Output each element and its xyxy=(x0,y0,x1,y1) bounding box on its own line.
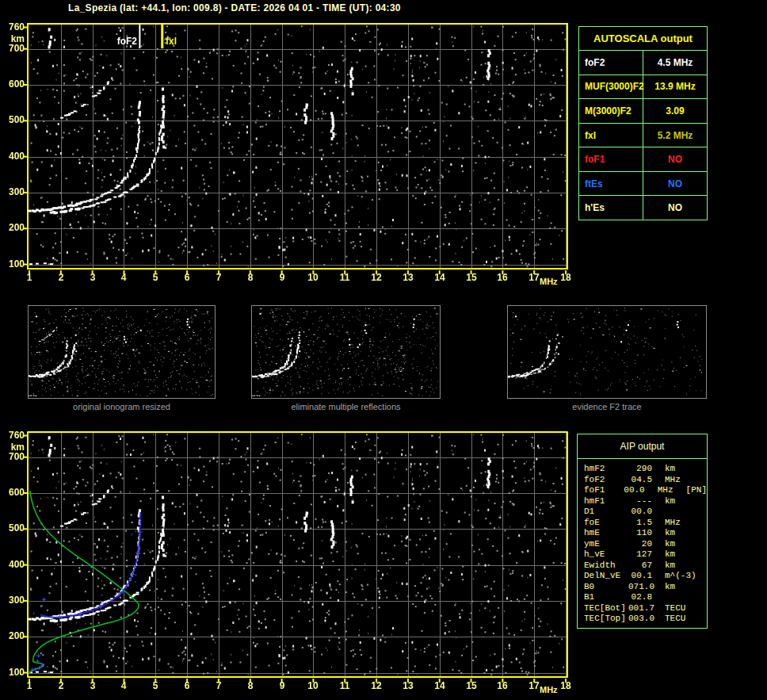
thumbnail-evidence-f2 xyxy=(507,305,707,399)
thumbnail-caption-eliminate: eliminate multiple reflections xyxy=(251,402,441,411)
x-axis-tick-label: 17 xyxy=(524,680,544,691)
aip-row-value: 127 xyxy=(628,549,652,560)
aip-row-label: Ewidth xyxy=(584,560,628,572)
x-axis-tick-label: 6 xyxy=(177,680,197,691)
x-axis-tick-label: 17 xyxy=(524,272,544,283)
x-axis-tick-label: 14 xyxy=(429,272,450,283)
autoscala-row-value: 13.9 MHz xyxy=(643,75,707,99)
aip-row-unit: MHz xyxy=(658,485,685,496)
x-axis-tick-label: 3 xyxy=(82,272,103,283)
aip-row-label: TEC[Bot] xyxy=(584,603,628,614)
y-axis-tick-label: 400 xyxy=(3,559,25,570)
top-ionogram-canvas xyxy=(23,20,571,275)
x-axis-tick-label: 6 xyxy=(177,272,197,283)
aip-row-unit: TECU xyxy=(665,603,695,614)
x-axis-tick-label: 1 xyxy=(19,680,40,691)
autoscala-row: foF24.5 MHz xyxy=(579,50,707,75)
aip-row-label: foF1 xyxy=(584,485,624,496)
x-axis-tick-label: 18 xyxy=(555,680,576,691)
aip-row-value: 20 xyxy=(628,539,652,550)
aip-row: DelN_vE00.1m^(-3) xyxy=(584,571,707,582)
aip-row-value: 67 xyxy=(628,560,652,572)
aip-row-label: ymE xyxy=(584,539,628,550)
x-axis-tick-label: 8 xyxy=(240,272,261,283)
x-axis-tick-label: 5 xyxy=(145,272,166,283)
x-axis-tick-label: 15 xyxy=(461,272,482,283)
aip-row: foE1.5MHz xyxy=(584,518,707,529)
aip-row: D100.0 xyxy=(584,507,707,518)
y-axis-tick-label: 600 xyxy=(3,487,25,498)
aip-row-label: B1 xyxy=(584,592,628,603)
x-axis-tick-label: 16 xyxy=(492,680,513,691)
aip-row-label: hmF1 xyxy=(584,496,628,507)
y-axis-tick-label: 300 xyxy=(3,186,25,197)
autoscala-row-label: foF1 xyxy=(579,147,643,171)
thumbnail-evidence-canvas xyxy=(508,306,706,398)
aip-row-value: 00.1 xyxy=(628,571,652,582)
y-axis-tick-label: 760 xyxy=(3,21,25,33)
y-axis-tick-label: 500 xyxy=(3,522,25,534)
x-axis-tick-label: 12 xyxy=(366,680,387,691)
aip-row: TEC[Bot]001.7TECU xyxy=(584,603,707,614)
x-axis-tick-label: 2 xyxy=(51,680,71,691)
aip-row: h_vE127km xyxy=(584,549,707,560)
autoscala-row: h'EsNO xyxy=(579,195,707,220)
y-axis-tick-label: 500 xyxy=(3,114,25,125)
thumbnail-eliminate-canvas xyxy=(252,306,440,398)
y-axis-tick-label: 200 xyxy=(3,630,25,641)
y-axis-tick-label: 760 xyxy=(3,430,25,441)
aip-row-unit: MHz xyxy=(665,475,695,486)
x-axis-tick-label: 10 xyxy=(303,272,323,283)
x-axis-tick-label: 13 xyxy=(398,680,418,691)
aip-row-unit: km xyxy=(665,528,695,539)
x-axis-tick-label: 9 xyxy=(272,272,292,283)
y-axis-tick-label: 100 xyxy=(3,258,25,270)
x-axis-tick-label: 15 xyxy=(461,680,482,691)
aip-rows: hmF2290kmfoF204.5MHzfoF100.0MHz[PN]hmF1-… xyxy=(578,459,707,625)
y-axis-tick-label: 300 xyxy=(3,595,25,606)
autoscala-row-value: 5.2 MHz xyxy=(643,124,707,147)
aip-row-unit: TECU xyxy=(665,614,695,625)
aip-row-label: h_vE xyxy=(584,549,628,560)
x-axis-tick-label: 5 xyxy=(145,680,166,691)
autoscala-row-label: foF2 xyxy=(579,51,643,75)
autoscala-row: MUF(3000)F213.9 MHz xyxy=(579,75,707,99)
autoscala-row-value: NO xyxy=(643,147,707,171)
aip-row: hmF1---km xyxy=(584,496,707,507)
x-axis-tick-label: 13 xyxy=(398,272,418,283)
autoscala-row-value: NO xyxy=(643,172,707,196)
autoscala-row: fxl5.2 MHz xyxy=(579,123,707,147)
aip-row-value: 04.5 xyxy=(628,475,652,486)
aip-row-label: TEC[Top] xyxy=(584,614,628,625)
x-axis-tick-label: 16 xyxy=(492,272,513,283)
autoscala-window: La_Spezia (lat: +44.1, lon: 009.8) - DAT… xyxy=(0,0,767,700)
x-axis-tick-label: 10 xyxy=(303,680,323,691)
aip-row-value: 071.0 xyxy=(628,582,652,593)
aip-row-value: 00.0 xyxy=(624,485,645,496)
aip-row-unit: km xyxy=(665,560,695,572)
aip-row-unit xyxy=(665,592,695,603)
aip-row-unit: km xyxy=(665,496,695,507)
autoscala-output-panel: AUTOSCALA output foF24.5 MHzMUF(3000)F21… xyxy=(578,26,708,220)
aip-panel-header: AIP output xyxy=(578,434,707,459)
x-axis-tick-label: 1 xyxy=(19,272,40,283)
thumbnail-eliminate-reflections xyxy=(251,305,441,399)
aip-row-value: 02.8 xyxy=(628,592,652,603)
autoscala-row-value: 4.5 MHz xyxy=(643,51,707,75)
y-axis-tick-label: 100 xyxy=(3,667,25,678)
autoscala-row-label: ftEs xyxy=(579,172,643,196)
thumbnail-caption-original: original ionogram resized xyxy=(28,402,216,411)
y-axis-tick-label: 700 xyxy=(3,43,25,54)
x-axis-tick-label: 3 xyxy=(82,680,103,691)
y-axis-tick-label: 600 xyxy=(3,78,25,90)
y-axis-tick-label: 400 xyxy=(3,151,25,162)
aip-row: hmE110km xyxy=(584,528,707,539)
thumbnail-original-ionogram xyxy=(28,305,216,399)
aip-row-label: hmE xyxy=(584,528,628,539)
aip-row-value: 290 xyxy=(628,464,652,475)
aip-row-value: 003.0 xyxy=(628,614,652,625)
aip-row: B102.8 xyxy=(584,592,707,603)
x-axis-tick-label: 4 xyxy=(113,680,134,691)
aip-row-extra: [PN] xyxy=(686,485,707,496)
x-axis-tick-label: 7 xyxy=(208,272,229,283)
